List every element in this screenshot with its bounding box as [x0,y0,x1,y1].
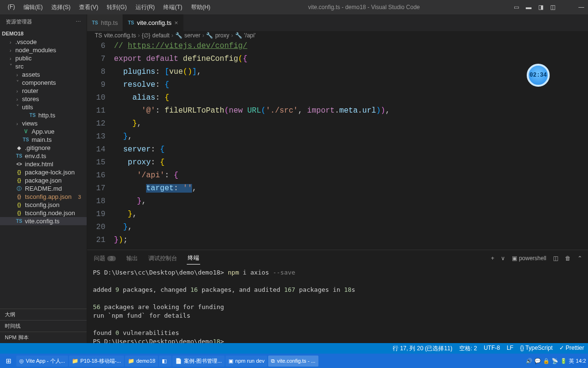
tray-item[interactable]: 英 [569,357,574,365]
panel-tab[interactable]: 输出 [125,253,139,264]
file-item[interactable]: ⓘREADME.md [0,184,87,193]
npm-scripts-section[interactable]: NPM 脚本 [0,332,87,343]
terminal-line: 56 packages are looking for funding [93,303,582,311]
code-line[interactable]: resolve: { [114,79,588,92]
panel-tab[interactable]: 问题3 [93,253,117,264]
folder-item[interactable]: ˅src [0,62,87,70]
taskbar-item[interactable]: ▣npm run dev [226,356,267,367]
file-item[interactable]: TSvite.config.ts [0,217,87,225]
code-line[interactable]: }); [114,234,588,247]
project-name[interactable]: DEMO18 [0,29,87,38]
file-item[interactable]: <>index.html [0,160,87,168]
file-item[interactable]: {}tsconfig.node.json [0,209,87,217]
windows-taskbar: ⊞ ◎Vite App - 个人...📁P10-18-移动端-...📁demo1… [0,354,588,368]
menu-item[interactable]: 帮助(H) [187,2,215,12]
taskbar-item[interactable]: ⧉vite.config.ts - ... [268,356,318,367]
panel-icon[interactable]: ▬ [526,4,531,11]
code-line[interactable]: '@': fileURLToPath(new URL('./src', impo… [114,104,588,117]
taskbar-item[interactable]: 📁demo18 [125,356,158,367]
file-item[interactable]: {}tsconfig.app.json3 [0,193,87,201]
panel-tab[interactable]: 调试控制台 [147,253,178,264]
trash-icon[interactable]: 🗑 [565,255,571,262]
item-label: env.d.ts [25,152,46,160]
split-panel-icon[interactable]: ◫ [553,255,558,262]
folder-item[interactable]: ›node_modules [0,46,87,54]
tray-item[interactable]: 💬 [534,358,541,364]
code-line[interactable]: }, [114,117,588,130]
panel-tab[interactable]: 终端 [187,252,200,264]
sidebar-icon[interactable]: ◨ [538,4,543,11]
status-item[interactable]: 空格: 2 [459,345,477,353]
file-item[interactable]: TShttp.ts [0,111,87,119]
more-icon[interactable]: ⋯ [76,19,81,25]
folder-item[interactable]: ›stores [0,95,87,103]
file-item[interactable]: VApp.vue [0,127,87,136]
layout-icon[interactable]: ▭ [514,4,519,11]
code-line[interactable]: plugins: [vue()], [114,66,588,79]
taskbar-item[interactable]: ◎Vite App - 个人... [16,356,68,367]
tray-item[interactable]: 📡 [552,358,558,364]
file-item[interactable]: TSmain.ts [0,136,87,144]
folder-item[interactable]: ˅components [0,79,87,87]
status-item[interactable]: {} TypeScript [520,345,553,353]
shell-label[interactable]: ▣ powershell [512,255,546,262]
tray-item[interactable]: 🔒 [543,358,550,364]
folder-item[interactable]: ›assets [0,70,87,79]
split-terminal-icon[interactable]: ∨ [501,255,505,262]
code-line[interactable]: target: '', [114,182,588,195]
code-area[interactable]: // https://vitejs.dev/config/export defa… [114,40,588,250]
code-line[interactable]: export default defineConfig({ [114,53,588,66]
code-line[interactable]: // https://vitejs.dev/config/ [114,40,588,53]
menu-item[interactable]: 选择(S) [47,2,74,12]
file-item[interactable]: TSenv.d.ts [0,152,87,160]
tray-item[interactable]: 🔊 [526,358,532,364]
folder-item[interactable]: ›router [0,87,87,95]
menu-item[interactable]: 查看(V) [75,2,102,12]
code-line[interactable]: server: { [114,143,588,156]
timeline-section[interactable]: 时间线 [0,320,87,332]
taskbar-item[interactable]: ◧ [159,356,171,367]
customize-icon[interactable]: ◫ [550,4,555,11]
close-icon[interactable]: × [174,19,178,26]
code-line[interactable]: }, [114,208,588,221]
menu-item[interactable]: 运行(R) [132,2,159,12]
chevron-up-icon[interactable]: ⌃ [577,255,582,262]
menu-item[interactable]: (F) [4,2,19,12]
folder-item[interactable]: ›views [0,119,87,127]
menu-item[interactable]: 编辑(E) [20,2,46,12]
status-item[interactable]: LF [507,345,513,353]
tray-item[interactable]: 🔋 [560,358,567,364]
file-item[interactable]: ◆.gitignore [0,144,87,152]
taskbar-item[interactable]: 📁P10-18-移动端-... [69,356,124,367]
code-editor[interactable]: 6789101112131415161718192021 // https://… [87,40,588,250]
status-item[interactable]: ✓ Prettier [559,345,584,353]
menu-item[interactable]: 终端(T) [159,2,186,12]
code-line[interactable]: }, [114,221,588,234]
start-icon[interactable]: ⊞ [2,357,15,365]
code-line[interactable]: }, [114,195,588,208]
folder-item[interactable]: ›.vscode [0,38,87,46]
folder-item[interactable]: ›public [0,54,87,62]
breadcrumb-item: 🔧 [175,32,182,39]
item-label: assets [22,71,40,78]
file-item[interactable]: {}tsconfig.json [0,201,87,209]
terminal-output[interactable]: PS D:\Users\cc\Desktop\demo\demo18> npm … [87,264,588,343]
folder-item[interactable]: ˅utils [0,103,87,111]
outline-section[interactable]: 大纲 [0,309,87,320]
breadcrumb[interactable]: TSvite.config.ts›{∅}default›🔧server›🔧pro… [87,31,588,40]
editor-tab[interactable]: TShttp.ts [87,14,123,31]
status-item[interactable]: UTF-8 [484,345,500,353]
code-line[interactable]: }, [114,130,588,143]
menu-item[interactable]: 转到(G) [103,2,130,12]
minimize-icon[interactable]: — [578,4,584,11]
code-line[interactable]: alias: { [114,92,588,104]
add-terminal-icon[interactable]: + [491,255,494,262]
status-item[interactable]: 行 17, 列 20 (已选择11) [393,345,452,353]
code-line[interactable]: '/api': { [114,169,588,182]
taskbar-item[interactable]: 📄案例-图书管理... [172,356,225,367]
file-item[interactable]: {}package-lock.json [0,168,87,176]
code-line[interactable]: proxy: { [114,156,588,169]
editor-tab[interactable]: TSvite.config.ts× [123,14,183,31]
tray-item[interactable]: 14:2 [576,358,586,364]
file-item[interactable]: {}package.json [0,176,87,184]
